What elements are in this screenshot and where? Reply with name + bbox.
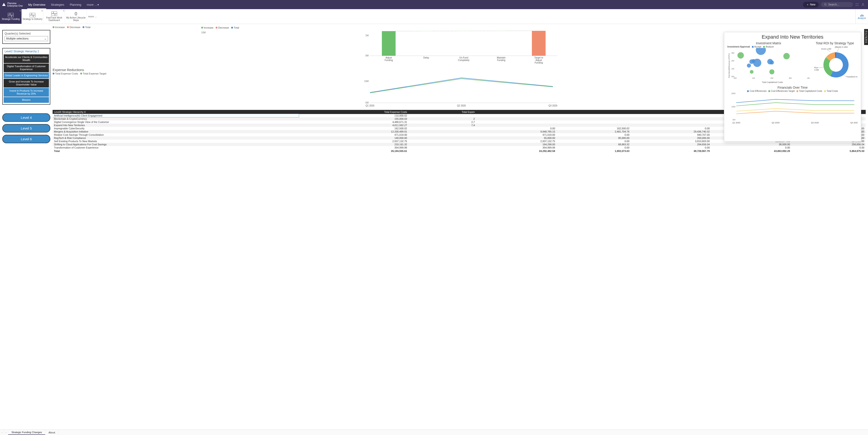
svg-point-69 xyxy=(783,53,790,59)
brand-line2: Enterprise One xyxy=(7,5,23,7)
svg-rect-11 xyxy=(30,13,32,15)
svg-text:0M: 0M xyxy=(365,55,369,57)
svg-text:2M: 2M xyxy=(731,60,734,62)
svg-text:Total Capitalized Costs: Total Capitalized Costs xyxy=(762,81,783,83)
svg-text:Completely: Completely xyxy=(458,59,469,62)
dashboard-icon xyxy=(30,13,35,18)
main-dashboard: FILTERS Quarter(s) Selected Multiple sel… xyxy=(0,24,868,430)
nav-planning[interactable]: Planning xyxy=(67,0,84,9)
svg-rect-12 xyxy=(32,13,35,15)
svg-text:Adjust: Adjust xyxy=(535,59,542,62)
svg-text:3.3M: 3.3M xyxy=(814,69,819,71)
apps-icon[interactable] xyxy=(855,3,859,6)
svg-text:2M: 2M xyxy=(365,34,369,37)
analyze-button[interactable]: Analyze xyxy=(856,9,868,24)
table-row[interactable]: Transformation of Customer Experience354… xyxy=(53,146,866,149)
tab-about[interactable]: About xyxy=(45,430,59,435)
svg-line-1 xyxy=(826,5,827,6)
svg-text:Funding: Funding xyxy=(384,59,393,62)
svg-text:Maintain: Maintain xyxy=(497,57,505,59)
tab-next[interactable]: › xyxy=(4,430,8,435)
svg-text:Q1 2020: Q1 2020 xyxy=(733,122,740,124)
financials-chart: Financials Over Time Cost EfficienciesCo… xyxy=(727,86,858,140)
hierarchy-item[interactable]: Accelerate our Clients & Communities Wea… xyxy=(4,55,49,63)
tab-prev[interactable]: ‹ xyxy=(0,430,4,435)
search-icon xyxy=(824,3,827,6)
right-chart-legend: IncreaseDecreaseTotal 10M xyxy=(201,26,239,34)
tab-strategic-funding-changes[interactable]: Strategic Funding Changes xyxy=(8,430,45,435)
svg-rect-13 xyxy=(30,15,33,17)
svg-text:0M: 0M xyxy=(733,119,735,121)
ribbon-tab-strategic-funding[interactable]: ⧉ Strategic Funding xyxy=(0,9,22,24)
svg-text:Funding: Funding xyxy=(535,62,543,64)
popout-icon[interactable]: ⧉ xyxy=(63,9,64,12)
hierarchy-item[interactable]: Invest In Products To Increase Revenue b… xyxy=(4,88,49,97)
svg-text:Run: Run xyxy=(814,66,818,69)
svg-rect-20 xyxy=(862,14,862,16)
level-button[interactable]: Level 6 xyxy=(2,135,50,143)
new-button[interactable]: ＋ New xyxy=(803,2,818,7)
ribbon-tab-lifecycle-steps[interactable]: 0 My Active Lifecycle Steps xyxy=(65,9,87,24)
ribbon-tab-fasttrack[interactable]: ⧉ FastTrack Work Dashboard xyxy=(43,9,65,24)
nav-my-overview[interactable]: My Overview xyxy=(25,0,48,9)
svg-rect-33 xyxy=(532,31,546,56)
hierarchy-item[interactable]: Digital Transformation of Customer Exper… xyxy=(4,64,49,72)
svg-point-6 xyxy=(862,3,863,5)
overlay-title: Expand Into New Territories xyxy=(727,34,858,40)
ribbon: ⧉ Strategic Funding ⧉ Strategy to Delive… xyxy=(0,9,868,24)
svg-text:(Blank) 0.18M: (Blank) 0.18M xyxy=(835,46,848,48)
user-icon[interactable] xyxy=(861,3,865,6)
svg-text:Q1 2020: Q1 2020 xyxy=(366,104,375,107)
svg-point-2 xyxy=(856,3,857,4)
svg-text:Q2 2020: Q2 2020 xyxy=(772,122,780,124)
ribbon-tab-strategy-to-delivery[interactable]: ⧉ Strategy to Delivery xyxy=(22,9,43,24)
svg-rect-15 xyxy=(52,12,53,13)
level-button[interactable]: Level 5 xyxy=(2,124,50,133)
filters-tab[interactable]: FILTERS xyxy=(864,29,868,45)
svg-text:Q2 2020: Q2 2020 xyxy=(457,104,466,107)
svg-point-4 xyxy=(856,5,857,6)
roi-donut-chart: Total ROI by Strategy Type Transform 6.8… xyxy=(812,41,858,85)
popout-icon[interactable]: ⧉ xyxy=(41,9,43,12)
svg-point-61 xyxy=(738,52,744,59)
svg-text:3M: 3M xyxy=(731,52,734,54)
table-row[interactable]: Shifting to Cloud Applications For Cost … xyxy=(53,143,866,146)
level-button[interactable]: Level 4 xyxy=(2,113,50,122)
svg-text:10M: 10M xyxy=(364,80,369,82)
brand-logo[interactable]: Planview Enterprise One xyxy=(2,2,25,7)
svg-rect-21 xyxy=(863,15,863,16)
svg-text:Funding: Funding xyxy=(497,59,505,62)
svg-text:0M: 0M xyxy=(365,101,369,104)
svg-text:1M: 1M xyxy=(752,77,755,79)
svg-text:10M: 10M xyxy=(731,106,735,108)
hierarchy-item[interactable]: Global Leader in Engineering Services xyxy=(4,73,49,78)
svg-text:Target to: Target to xyxy=(534,57,543,59)
search-input[interactable]: Search... xyxy=(821,2,853,7)
svg-point-5 xyxy=(858,5,858,6)
quarter-dropdown[interactable]: Multiple selections ⌄ xyxy=(5,36,48,41)
svg-text:2M: 2M xyxy=(770,77,773,79)
popout-icon[interactable]: ⧉ xyxy=(20,9,21,12)
svg-point-71 xyxy=(770,69,774,74)
svg-line-80 xyxy=(837,48,839,52)
svg-rect-16 xyxy=(54,12,57,13)
svg-rect-7 xyxy=(8,13,10,15)
waterfall-legend: IncreaseDecreaseTotal xyxy=(53,26,866,29)
hierarchy-item[interactable]: Grow and Innovate To Increase Shareholde… xyxy=(4,79,49,88)
ribbon-more[interactable]: more … xyxy=(87,9,98,24)
svg-text:Un-Fund: Un-Fund xyxy=(459,57,468,59)
svg-line-78 xyxy=(818,67,824,68)
dashboard-icon xyxy=(51,11,57,16)
hierarchy-item[interactable]: Mission xyxy=(4,97,49,103)
dashboard-icon xyxy=(8,13,14,18)
svg-text:Total Benefit/Revenue (FP/PV): Total Benefit/Revenue (FP/PV) xyxy=(728,53,730,78)
lifecycle-count: 0 xyxy=(74,11,77,16)
right-ytick: 10M xyxy=(201,31,239,34)
nav-strategies[interactable]: Strategies xyxy=(48,0,67,9)
bottom-tabs: ‹ › Strategic Funding Changes About xyxy=(0,430,868,435)
quarter-slicer-title: Quarter(s) Selected xyxy=(5,32,48,35)
svg-point-66 xyxy=(756,48,766,55)
planview-logo-icon xyxy=(2,2,6,7)
nav-more[interactable]: more …▾ xyxy=(84,0,102,9)
svg-point-0 xyxy=(825,4,826,5)
